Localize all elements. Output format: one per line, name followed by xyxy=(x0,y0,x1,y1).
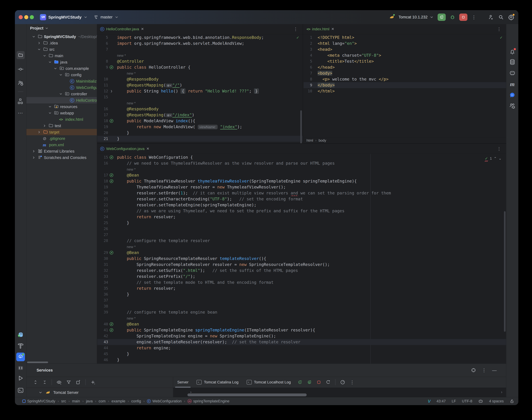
plugin-mascot-icon[interactable] xyxy=(17,331,24,338)
close-tab-icon[interactable]: ✕ xyxy=(141,27,144,31)
v-plugin-icon[interactable]: V xyxy=(428,399,431,404)
tree-chevron-icon[interactable] xyxy=(37,48,41,51)
code-line[interactable]: 43engine.setTemplateResolver(resolver); … xyxy=(97,339,506,345)
refresh-icon[interactable] xyxy=(326,380,331,385)
tree-chevron-icon[interactable] xyxy=(48,105,52,108)
prev-problem-icon[interactable]: ⌃ xyxy=(494,156,497,161)
code-line[interactable]: 26 xyxy=(97,226,506,232)
code-line[interactable]: new * xyxy=(97,100,303,106)
code-line[interactable]: 20} xyxy=(97,130,303,136)
editor-vscrollbar[interactable] xyxy=(504,211,506,332)
tab-hello-controller[interactable]: C HelloController.java ✕ xyxy=(97,24,148,34)
tree-item-test[interactable]: test xyxy=(26,122,97,129)
code-line[interactable]: 19return new ModelAndView( viewName: "in… xyxy=(97,124,303,130)
zoom-window-button[interactable] xyxy=(30,15,34,19)
services-tab-Tomcat Localhost Log[interactable]: >_Tomcat Localhost Log xyxy=(243,377,295,388)
code-line[interactable]: 37 xyxy=(97,297,506,303)
code-line[interactable]: 21} xyxy=(97,136,303,142)
inspection-widget[interactable]: ✓ 1 ⌃ ⌄ xyxy=(485,156,502,161)
tree-chevron-icon[interactable] xyxy=(43,54,46,58)
breadcrumb-body[interactable]: body xyxy=(319,138,326,143)
code-line[interactable]: 16@ResponseBody xyxy=(97,106,303,112)
fold-region-icon[interactable]: ❯ xyxy=(110,88,112,94)
code-line[interactable]: 41public SpringTemplateEngine springTemp… xyxy=(97,327,506,333)
status-crumb-SpringMVCStudy[interactable]: SpringMVCStudy xyxy=(22,399,55,403)
next-problem-icon[interactable]: ⌄ xyxy=(499,156,502,161)
structure-tool-window-button[interactable] xyxy=(17,98,24,105)
rerun-button[interactable] xyxy=(438,14,446,21)
tree-item-.gitignore[interactable]: ⊘.gitignore xyxy=(26,135,97,142)
tree-chevron-icon[interactable] xyxy=(59,92,62,96)
project-switcher[interactable]: SpringMVCStudy xyxy=(48,15,81,19)
status-breadcrumbs[interactable]: SpringMVCStudy›src›main›java›com›example… xyxy=(22,397,229,405)
code-line[interactable]: 35return resolver; xyxy=(97,285,506,291)
view-options-icon[interactable] xyxy=(57,380,62,385)
collapse-all-icon[interactable] xyxy=(42,380,47,385)
code-line[interactable]: 8@Controller xyxy=(97,58,303,64)
server-console-area[interactable]: › › xyxy=(173,388,506,397)
line-separator[interactable]: LF xyxy=(452,399,456,403)
code-line[interactable]: 7 xyxy=(97,46,303,52)
code-line[interactable]: 18public ThymeleafViewResolver thymeleaf… xyxy=(97,178,506,184)
spring-bean-gutter-icon[interactable] xyxy=(109,173,114,177)
tab-web-configuration[interactable]: C WebConfiguration.java ✕ xyxy=(97,144,153,154)
code-line[interactable]: 40@Bean xyxy=(97,321,506,327)
spring-bean-gutter-icon[interactable] xyxy=(109,328,114,332)
tree-chevron-icon[interactable] xyxy=(32,150,35,153)
tree-item-java[interactable]: java xyxy=(26,59,97,65)
code-line[interactable]: 5import org.springframework.web.bind.ann… xyxy=(97,34,303,41)
tree-item-MainInitializer[interactable]: CMainInitializer xyxy=(26,78,97,84)
tab-options-icon[interactable]: ⋮ xyxy=(497,27,501,32)
close-tab-icon[interactable]: ✕ xyxy=(331,27,334,31)
tree-chevron-icon[interactable] xyxy=(32,156,35,159)
code-line[interactable]: 12❯public String hello() { return "Hello… xyxy=(97,88,303,94)
minimize-window-button[interactable] xyxy=(24,15,28,19)
code-line[interactable]: new * xyxy=(97,244,506,250)
tree-item-resources[interactable]: resources xyxy=(26,104,97,110)
code-line[interactable]: 11@RequestMapping(⊕˅"/") xyxy=(97,82,303,88)
code-line[interactable]: 15public class WebConfiguration { xyxy=(97,154,506,160)
copilot-robot-icon[interactable] xyxy=(478,399,483,404)
close-tab-icon[interactable]: ✕ xyxy=(146,147,149,151)
code-area-hello-controller[interactable]: 5import org.springframework.web.bind.ann… xyxy=(97,34,303,142)
tree-item-target[interactable]: target xyxy=(26,129,97,135)
tab-options-icon[interactable]: ⋮ xyxy=(293,27,298,32)
tab-index-html[interactable]: <> index.html ✕ xyxy=(304,24,338,34)
code-line[interactable]: 5<title>Test</title> xyxy=(304,58,506,64)
code-line[interactable]: 18public ModelAndView index(){ xyxy=(97,118,303,124)
tree-chevron-icon[interactable] xyxy=(37,130,41,134)
build-tool-window-button[interactable] xyxy=(17,343,24,349)
code-area-web-configuration[interactable]: 15public class WebConfiguration {16// we… xyxy=(97,154,506,363)
status-crumb-config[interactable]: config xyxy=(131,399,141,403)
close-window-button[interactable] xyxy=(19,15,23,19)
code-line[interactable]: 6</head> xyxy=(304,64,506,70)
code-line[interactable]: 25} xyxy=(97,220,506,226)
services-tab-Tomcat Catalina Log[interactable]: >_Tomcat Catalina Log xyxy=(192,377,243,388)
code-line[interactable]: 16// we need to use ThymeleafViewResolve… xyxy=(97,160,506,166)
status-crumb-springTemplateEngine[interactable]: mspringTemplateEngine xyxy=(188,399,229,403)
code-line[interactable]: 8<p> welcome to the mvc </p> xyxy=(304,76,506,82)
code-line[interactable]: 42SpringTemplateEngine engine = new Spri… xyxy=(97,333,506,339)
notifications-bell-icon[interactable] xyxy=(509,49,516,55)
spring-bean-gutter-icon[interactable] xyxy=(109,322,114,326)
code-line[interactable]: 17@Bean xyxy=(97,172,506,178)
tree-chevron-icon[interactable] xyxy=(59,73,62,77)
tree-item-pom.xml[interactable]: mpom.xml xyxy=(26,142,97,148)
code-line[interactable]: 10@ResponseBody xyxy=(97,76,303,82)
focus-target-icon[interactable] xyxy=(471,368,476,373)
code-line[interactable]: 46} xyxy=(97,357,506,363)
tab-options-icon[interactable]: ⋮ xyxy=(497,146,501,151)
caret-position[interactable]: 43:47 xyxy=(437,399,446,403)
code-line[interactable]: 23// as we are using Thymeleaf, we need … xyxy=(97,208,506,214)
code-line[interactable]: 1<!DOCTYPE html>✓ xyxy=(304,34,506,41)
code-line[interactable]: 17@RequestMapping(⊕˅"/index") xyxy=(97,112,303,118)
tree-item-main[interactable]: main xyxy=(26,53,97,59)
code-line[interactable]: 4<meta charset="UTF-8"> xyxy=(304,52,506,58)
code-line[interactable]: new * xyxy=(97,166,506,172)
search-icon[interactable] xyxy=(498,14,504,20)
code-area-index-html[interactable]: 1<!DOCTYPE html>✓2<html lang="en">3<head… xyxy=(304,34,506,94)
code-line[interactable]: 34// set the template mode to HTML and t… xyxy=(97,279,506,285)
spring-bean-gutter-icon[interactable] xyxy=(109,155,114,160)
code-line[interactable]: 6import org.springframework.web.servlet.… xyxy=(97,41,303,46)
code-line[interactable]: 44return engine; xyxy=(97,345,506,351)
